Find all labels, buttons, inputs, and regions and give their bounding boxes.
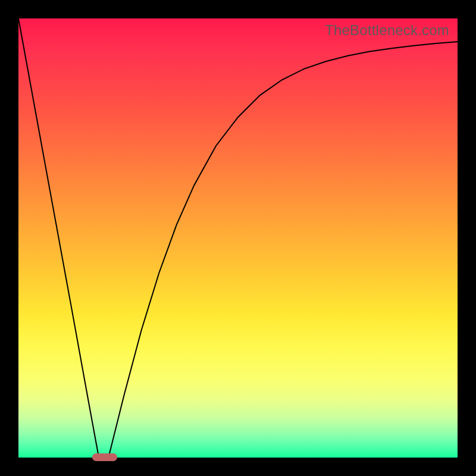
optimal-range-marker [92, 453, 117, 461]
plot-area: TheBottleneck.com [18, 18, 458, 458]
curve-path [18, 18, 458, 458]
bottleneck-curve [18, 18, 458, 458]
chart-frame: TheBottleneck.com [0, 0, 476, 476]
